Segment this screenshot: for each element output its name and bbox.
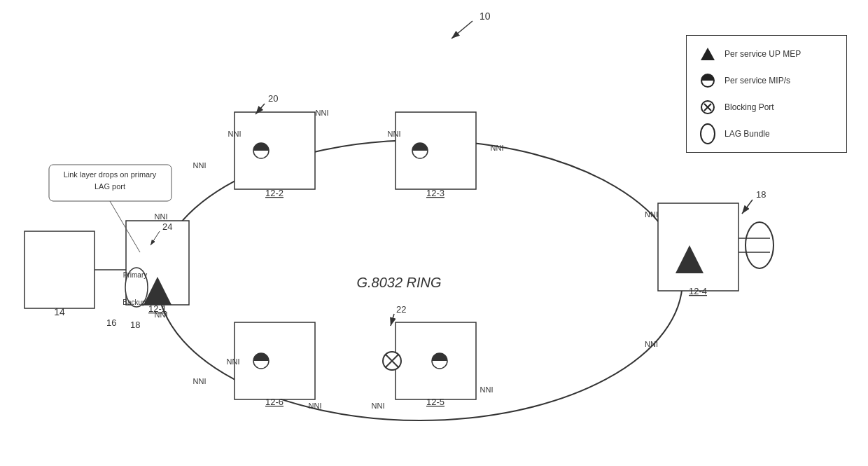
node-12-4-lag-oval <box>746 222 774 268</box>
legend-blocking-icon <box>698 97 718 117</box>
ref-22-label: 22 <box>396 304 406 315</box>
ref-20-label: 20 <box>268 93 278 104</box>
block-circle-shape <box>701 100 715 114</box>
node-12-4-box <box>658 203 738 291</box>
node-12-6-label: 12-6 <box>265 397 284 407</box>
node-12-3-label: 12-3 <box>426 188 444 198</box>
node-12-3-box <box>396 112 476 189</box>
legend-box: Per service UP MEP Per service MIP/s Blo… <box>686 35 847 153</box>
mip-circle-shape <box>701 74 715 88</box>
node-12-2-label: 12-2 <box>265 188 284 198</box>
legend-mip-label: Per service MIP/s <box>724 76 790 85</box>
nni-4: NNI <box>388 130 401 138</box>
legend-item-mip: Per service MIP/s <box>698 71 835 90</box>
node-12-5-label: 12-5 <box>426 397 444 407</box>
callout-text-line1: Link layer drops on primary <box>64 170 157 179</box>
lag-oval-shape <box>700 123 715 144</box>
legend-triangle-icon <box>698 44 718 64</box>
nni-12-1-top: NNI <box>155 212 168 221</box>
legend-mip-icon <box>698 71 718 90</box>
triangle-up-shape <box>701 48 715 60</box>
nni-6: NNI <box>645 210 658 219</box>
legend-lag-label: LAG Bundle <box>724 129 770 139</box>
nni-12-1-bottom: NNI <box>155 310 168 319</box>
nni-1: NNI <box>193 161 206 170</box>
ref-16-label: 16 <box>106 317 116 328</box>
legend-item-blocking: Blocking Port <box>698 97 835 117</box>
primary-label: Primary <box>123 271 147 279</box>
node-14-box <box>24 231 94 308</box>
ref-22-arrow <box>391 314 394 326</box>
node-14-label: 14 <box>54 306 65 317</box>
legend-mep-label: Per service UP MEP <box>724 49 801 59</box>
node-12-6-box <box>234 322 315 399</box>
nni-9: NNI <box>309 402 322 410</box>
node-12-2-box <box>234 112 315 189</box>
legend-lag-icon <box>698 124 718 144</box>
ref-18-right-label: 18 <box>756 189 766 200</box>
nni-5: NNI <box>491 144 504 152</box>
legend-blocking-label: Blocking Port <box>724 102 774 112</box>
ref-18-left-label: 18 <box>130 320 140 330</box>
ref-24-label: 24 <box>162 221 172 232</box>
backup-label: Backup <box>122 299 146 306</box>
nni-10: NNI <box>372 402 385 410</box>
nni-12: NNI <box>645 340 658 348</box>
nni-8: NNI <box>227 357 240 366</box>
callout-text-line2: LAG port <box>94 182 125 191</box>
legend-item-mep: Per service UP MEP <box>698 44 835 64</box>
node-12-4-label: 12-4 <box>689 286 707 296</box>
legend-item-lag: LAG Bundle <box>698 124 835 144</box>
nni-2: NNI <box>228 130 241 138</box>
ref-18-right-arrow <box>742 200 752 214</box>
ring-label: G.8032 RING <box>356 275 441 290</box>
ref-10-label: 10 <box>479 11 491 22</box>
diagram-container: 10 G.8032 RING 14 12-1 12-2 12-3 12-4 12… <box>0 0 868 466</box>
nni-11: NNI <box>480 385 493 394</box>
nni-7: NNI <box>193 377 206 385</box>
ref-10-arrow <box>451 21 472 39</box>
nni-3: NNI <box>316 109 329 117</box>
